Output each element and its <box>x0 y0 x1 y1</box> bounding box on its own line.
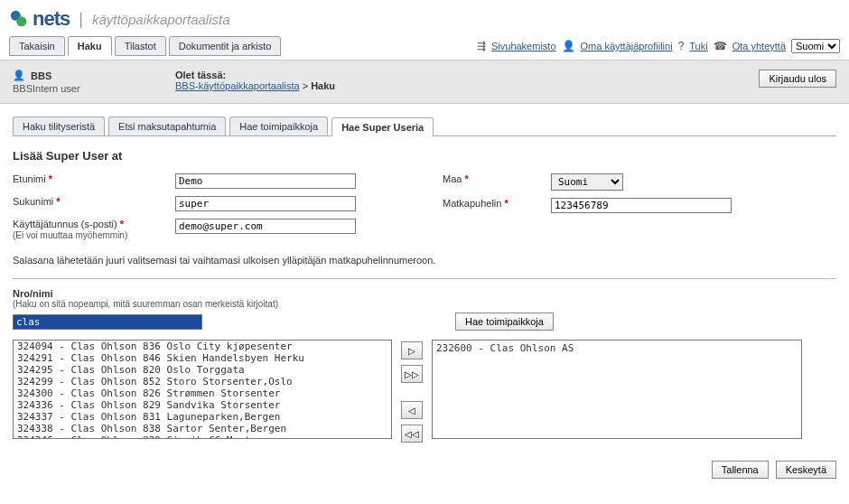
input-firstname[interactable] <box>175 173 356 189</box>
select-country[interactable]: Suomi <box>551 173 623 191</box>
list-item[interactable]: 324295 - Clas Ohlson 820 Oslo Torggata <box>14 364 391 376</box>
input-lastname[interactable] <box>175 196 356 211</box>
tab-back[interactable]: Takaisin <box>9 36 65 56</box>
logout-button[interactable]: Kirjaudu ulos <box>759 70 836 88</box>
section-divider <box>13 278 836 279</box>
org-name: BBS <box>31 70 51 81</box>
move-all-right-button[interactable]: ▷▷ <box>401 365 423 383</box>
list-item[interactable]: 324337 - Clas Ohlson 831 Laguneparken,Be… <box>14 411 391 423</box>
list-item[interactable]: 324291 - Clas Ohlson 846 Skien Handelsby… <box>14 352 391 364</box>
link-contact[interactable]: Ota yhteyttä <box>732 41 786 51</box>
selected-list[interactable]: 232600 - Clas Ohlson AS <box>432 340 802 439</box>
tab-docs[interactable]: Dokumentit ja arkisto <box>169 36 282 56</box>
app-header: nets | käyttöpaikkaportaalista <box>0 0 849 36</box>
list-item[interactable]: 232600 - Clas Ohlson AS <box>436 342 798 354</box>
top-links: ⇶ Sivuhakemisto 👤 Oma käyttäjäprofiilini… <box>477 39 840 53</box>
password-info: Salasana lähetetään juuri valitsemasi ta… <box>13 255 836 266</box>
form-actions: Tallenna Keskeytä <box>13 461 836 479</box>
tab-stats[interactable]: Tilastot <box>115 36 166 56</box>
logout-area: Kirjaudu ulos <box>759 70 836 88</box>
input-mobile[interactable] <box>551 198 732 213</box>
breadcrumb: Olet tässä: BBS-käyttöpaikkaportaalista … <box>175 70 759 91</box>
search-locations-button[interactable]: Hae toimipaikkoja <box>455 313 554 331</box>
top-tabs: Takaisin Haku Tilastot Dokumentit ja ark… <box>9 36 281 56</box>
list-item[interactable]: 324346 - Clas Ohlson 839 Giguik CC Marto <box>14 434 391 439</box>
subtab-settlements[interactable]: Haku tilityseristä <box>13 117 105 135</box>
list-item[interactable]: 324094 - Clas Ohlson 836 Oslo City kjøpe… <box>14 341 391 352</box>
search-label: Nro/nimi <box>13 288 836 299</box>
label-lastname: Sukunimi * <box>13 196 175 207</box>
link-sitemap[interactable]: Sivuhakemisto <box>491 41 556 51</box>
move-all-left-button[interactable]: ◁◁ <box>401 425 423 443</box>
mover-buttons: ▷ ▷▷ ◁ ◁◁ <box>401 340 423 443</box>
main-content: Haku tilityseristä Etsi maksutapahtumia … <box>0 104 849 452</box>
breadcrumb-title: Olet tässä: <box>175 70 759 80</box>
move-right-button[interactable]: ▷ <box>401 341 423 359</box>
sitemap-icon: ⇶ <box>477 40 486 52</box>
language-select[interactable]: Suomi <box>791 39 840 53</box>
subtab-locations[interactable]: Hae toimipaikkoja <box>229 117 328 135</box>
cancel-button[interactable]: Keskeytä <box>776 461 836 479</box>
page-title: Lisää Super User at <box>13 149 836 163</box>
input-location-search[interactable] <box>13 314 202 330</box>
link-help[interactable]: Tuki <box>689 41 707 51</box>
brand-separator: | <box>79 10 83 29</box>
subtab-superuser[interactable]: Hae Super Useria <box>331 117 434 136</box>
user-context: 👤 BBS BBSIntern user <box>13 70 175 94</box>
breadcrumb-link-portal[interactable]: BBS-käyttöpaikkaportaalista <box>175 80 300 91</box>
save-button[interactable]: Tallenna <box>712 461 769 479</box>
breadcrumb-current: Haku <box>311 80 335 91</box>
context-bar: 👤 BBS BBSIntern user Olet tässä: BBS-käy… <box>0 60 849 104</box>
input-username[interactable] <box>175 219 356 234</box>
list-item[interactable]: 324300 - Clas Ohlson 826 Strømmen Storse… <box>14 387 391 399</box>
label-mobile: Matkapuhelin * <box>443 198 551 209</box>
phone-icon: ☎ <box>714 40 727 52</box>
label-username: Käyttäjätunnus (s-posti) * (Ei voi muutt… <box>13 219 175 240</box>
user-name: BBSIntern user <box>13 83 175 94</box>
available-list[interactable]: 324094 - Clas Ohlson 836 Oslo City kjøpe… <box>13 340 392 439</box>
label-country: Maa * <box>443 173 551 184</box>
svg-point-1 <box>16 16 26 26</box>
move-left-button[interactable]: ◁ <box>401 401 423 419</box>
label-firstname: Etunimi * <box>13 173 175 184</box>
top-nav: Takaisin Haku Tilastot Dokumentit ja ark… <box>0 36 849 60</box>
brand-name: nets <box>33 7 70 31</box>
superuser-form: Etunimi * Sukunimi * Käyttäjätunnus (s-p… <box>13 173 836 247</box>
profile-icon: 👤 <box>562 40 575 52</box>
search-subtabs: Haku tilityseristä Etsi maksutapahtumia … <box>13 117 836 136</box>
nets-logo-icon <box>9 9 29 29</box>
list-item[interactable]: 324336 - Clas Ohlson 829 Sandvika Storse… <box>14 399 391 411</box>
list-item[interactable]: 324338 - Clas Ohlson 838 Sartor Senter,B… <box>14 423 391 434</box>
list-item[interactable]: 324299 - Clas Ohlson 852 Storo Storsente… <box>14 376 391 387</box>
search-hint: (Haku on sitä nopeampi, mitä suuremman o… <box>13 299 836 309</box>
subtab-transactions[interactable]: Etsi maksutapahtumia <box>108 117 226 135</box>
help-icon: ? <box>678 40 685 52</box>
link-profile[interactable]: Oma käyttäjäprofiilini <box>581 41 673 51</box>
user-icon: 👤 <box>13 70 25 81</box>
tab-search[interactable]: Haku <box>68 36 112 56</box>
dual-list-picker: 324094 - Clas Ohlson 836 Oslo City kjøpe… <box>13 340 836 443</box>
brand-tagline: käyttöpaikkaportaalista <box>92 12 230 27</box>
brand-logo: nets | käyttöpaikkaportaalista <box>9 7 230 31</box>
